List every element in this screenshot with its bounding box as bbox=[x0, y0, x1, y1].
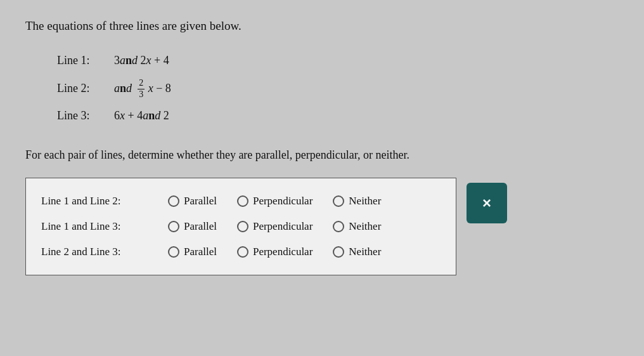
pair-3-parallel-label: Parallel bbox=[184, 246, 217, 258]
pair-1-neither-radio[interactable] bbox=[333, 195, 344, 207]
pair-2-perpendicular-option[interactable]: Perpendicular bbox=[237, 220, 312, 233]
pair-2-parallel-label: Parallel bbox=[184, 220, 217, 233]
lines-section: Line 1: 3and 2x + 4 Line 2: and 2 3 x − … bbox=[57, 48, 619, 129]
close-button[interactable]: × bbox=[467, 183, 507, 223]
pair-1-parallel-option[interactable]: Parallel bbox=[168, 195, 217, 208]
pair-3-parallel-option[interactable]: Parallel bbox=[168, 246, 217, 258]
pair-2-perpendicular-label: Perpendicular bbox=[253, 220, 312, 233]
fraction-numerator: 2 bbox=[138, 78, 145, 89]
pair-3-parallel-radio[interactable] bbox=[168, 246, 179, 258]
pair-1-neither-label: Neither bbox=[349, 195, 381, 208]
pair-2-neither-option[interactable]: Neither bbox=[333, 220, 381, 233]
line-1-label: Line 1: bbox=[57, 48, 114, 74]
fraction-2-3: 2 3 bbox=[138, 78, 145, 100]
table-row: Line 1 and Line 3: Parallel Perpendicula… bbox=[41, 214, 441, 239]
pair-1-perpendicular-radio[interactable] bbox=[237, 195, 248, 207]
table-row: Line 1 and Line 2: Parallel Perpendicula… bbox=[41, 188, 441, 214]
pair-1-label: Line 1 and Line 2: bbox=[41, 195, 168, 208]
pair-2-perpendicular-radio[interactable] bbox=[237, 221, 248, 232]
pair-3-perpendicular-radio[interactable] bbox=[237, 246, 248, 258]
line-3-equation: 6x + 4and 2 bbox=[114, 103, 169, 129]
intro-text: The equations of three lines are given b… bbox=[25, 19, 619, 33]
pair-2-options: Parallel Perpendicular Neither bbox=[168, 220, 381, 233]
pair-1-parallel-radio[interactable] bbox=[168, 195, 179, 207]
line-1-row: Line 1: 3and 2x + 4 bbox=[57, 48, 619, 74]
pair-2-neither-label: Neither bbox=[349, 220, 381, 233]
line-1-equation: 3and 2x + 4 bbox=[114, 48, 169, 74]
line-2-equation: and 2 3 x − 8 bbox=[114, 76, 171, 102]
line-2-row: Line 2: and 2 3 x − 8 bbox=[57, 76, 619, 102]
pair-3-label: Line 2 and Line 3: bbox=[41, 246, 168, 258]
question-text: For each pair of lines, determine whethe… bbox=[25, 147, 619, 164]
pair-2-label: Line 1 and Line 3: bbox=[41, 220, 168, 233]
table-row: Line 2 and Line 3: Parallel Perpendicula… bbox=[41, 239, 441, 265]
pair-1-options: Parallel Perpendicular Neither bbox=[168, 195, 381, 208]
pair-3-perpendicular-label: Perpendicular bbox=[253, 246, 312, 258]
line-2-label: Line 2: bbox=[57, 76, 114, 102]
line-3-row: Line 3: 6x + 4and 2 bbox=[57, 103, 619, 129]
pair-3-neither-radio[interactable] bbox=[333, 246, 344, 258]
pair-2-parallel-radio[interactable] bbox=[168, 221, 179, 232]
pair-1-perpendicular-label: Perpendicular bbox=[253, 195, 312, 208]
pair-3-options: Parallel Perpendicular Neither bbox=[168, 246, 381, 258]
pair-2-parallel-option[interactable]: Parallel bbox=[168, 220, 217, 233]
fraction-denominator: 3 bbox=[138, 89, 145, 100]
line-3-label: Line 3: bbox=[57, 103, 114, 129]
pair-3-perpendicular-option[interactable]: Perpendicular bbox=[237, 246, 312, 258]
pair-1-parallel-label: Parallel bbox=[184, 195, 217, 208]
pair-2-neither-radio[interactable] bbox=[333, 221, 344, 232]
pairs-table: Line 1 and Line 2: Parallel Perpendicula… bbox=[25, 178, 456, 275]
close-icon: × bbox=[482, 194, 491, 212]
pair-3-neither-option[interactable]: Neither bbox=[333, 246, 381, 258]
pair-1-neither-option[interactable]: Neither bbox=[333, 195, 381, 208]
answer-area: Line 1 and Line 2: Parallel Perpendicula… bbox=[25, 178, 619, 275]
pair-3-neither-label: Neither bbox=[349, 246, 381, 258]
pair-1-perpendicular-option[interactable]: Perpendicular bbox=[237, 195, 312, 208]
